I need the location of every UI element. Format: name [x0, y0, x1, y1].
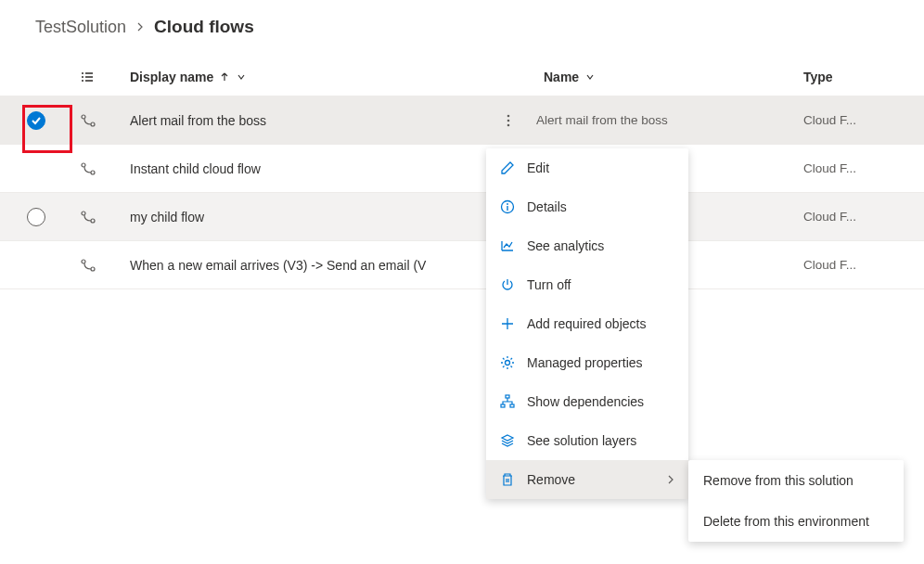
menu-label: See solution layers [527, 433, 675, 448]
layers-icon [499, 432, 516, 449]
menu-item-layers[interactable]: See solution layers [486, 421, 688, 460]
svg-rect-1 [85, 72, 93, 74]
breadcrumb-parent[interactable]: TestSolution [35, 18, 126, 37]
submenu-item-delete-environment[interactable]: Delete from this environment [688, 501, 904, 542]
menu-item-add-objects[interactable]: Add required objects [486, 304, 688, 343]
svg-point-9 [507, 119, 510, 122]
svg-rect-21 [506, 395, 509, 398]
type-cell: Cloud F... [803, 113, 856, 127]
svg-point-11 [82, 163, 85, 167]
svg-rect-22 [501, 404, 505, 407]
breadcrumb: TestSolution Cloud flows [0, 0, 924, 58]
delete-icon [499, 471, 516, 488]
submenu-label: Remove from this solution [703, 473, 889, 488]
chevron-down-icon [236, 71, 247, 83]
svg-point-13 [82, 212, 85, 215]
svg-point-10 [507, 123, 510, 126]
svg-rect-5 [85, 80, 93, 82]
type-cell: Cloud F... [803, 161, 856, 175]
type-cell: Cloud F... [803, 258, 856, 272]
table-row[interactable]: Alert mail from the boss Alert mail from… [0, 96, 924, 145]
menu-item-turnoff[interactable]: Turn off [486, 265, 688, 304]
header-display-name[interactable]: Display name [117, 70, 497, 84]
menu-label: Turn off [527, 277, 675, 292]
name-cell: Alert mail from the boss [536, 113, 668, 127]
table-row[interactable]: my child flow Cloud F... [0, 193, 924, 241]
display-name-cell[interactable]: Alert mail from the boss [130, 113, 266, 128]
svg-point-8 [507, 114, 510, 117]
svg-point-16 [91, 267, 95, 271]
svg-point-14 [91, 219, 95, 223]
flow-icon [72, 160, 117, 177]
svg-rect-19 [507, 206, 507, 211]
analytics-icon [499, 237, 516, 254]
context-menu: Edit Details See analytics Turn off Add … [486, 148, 688, 499]
chevron-right-icon [135, 19, 145, 34]
submenu: Remove from this solution Delete from th… [688, 460, 904, 542]
row-checkbox[interactable] [27, 111, 45, 130]
table-row[interactable]: Instant child cloud flow Cloud F... [0, 145, 924, 193]
header-list-icon[interactable] [72, 70, 117, 84]
table-row[interactable]: When a new email arrives (V3) -> Send an… [0, 241, 924, 289]
power-icon [499, 276, 516, 293]
svg-point-15 [82, 260, 85, 263]
gear-icon [499, 354, 516, 371]
menu-item-remove[interactable]: Remove [486, 460, 688, 499]
menu-item-managed-properties[interactable]: Managed properties [486, 343, 688, 382]
menu-label: See analytics [527, 238, 675, 253]
flow-icon [72, 209, 117, 225]
info-icon [499, 199, 516, 215]
svg-point-20 [506, 361, 510, 365]
menu-item-details[interactable]: Details [486, 187, 688, 226]
menu-label: Add required objects [527, 316, 675, 331]
svg-point-12 [91, 171, 95, 174]
menu-item-analytics[interactable]: See analytics [486, 226, 688, 265]
menu-item-dependencies[interactable]: Show dependencies [486, 382, 688, 421]
header-name-label: Name [544, 70, 579, 84]
more-actions-button[interactable] [497, 113, 520, 128]
menu-item-edit[interactable]: Edit [486, 148, 688, 187]
submenu-item-remove-solution[interactable]: Remove from this solution [688, 460, 904, 501]
breadcrumb-current: Cloud flows [154, 17, 254, 37]
chevron-down-icon [584, 71, 596, 83]
display-name-cell[interactable]: my child flow [130, 210, 204, 224]
svg-point-18 [507, 203, 508, 205]
type-cell: Cloud F... [803, 210, 856, 224]
menu-label: Details [527, 199, 675, 214]
header-type-label: Type [803, 70, 833, 84]
svg-point-6 [82, 115, 85, 119]
dependencies-icon [499, 393, 516, 410]
svg-rect-4 [82, 80, 83, 82]
edit-icon [499, 160, 516, 176]
svg-point-7 [91, 122, 95, 126]
row-checkbox[interactable] [27, 208, 45, 226]
submenu-label: Delete from this environment [703, 514, 889, 529]
menu-label: Edit [527, 160, 675, 175]
menu-label: Show dependencies [527, 394, 675, 409]
sort-up-icon [219, 71, 230, 83]
header-name[interactable]: Name [497, 70, 803, 84]
table-header: Display name Name Type [0, 58, 924, 96]
display-name-cell[interactable]: Instant child cloud flow [130, 161, 261, 176]
flow-icon [72, 257, 117, 274]
chevron-right-icon [666, 472, 675, 487]
menu-label: Managed properties [527, 355, 675, 370]
add-icon [499, 315, 516, 332]
flow-icon [72, 112, 117, 129]
svg-rect-23 [510, 404, 514, 407]
header-display-name-label: Display name [130, 70, 213, 84]
svg-rect-0 [82, 72, 83, 74]
display-name-cell[interactable]: When a new email arrives (V3) -> Send an… [130, 258, 426, 273]
svg-rect-3 [85, 76, 93, 78]
menu-label: Remove [527, 472, 655, 487]
header-type[interactable]: Type [803, 70, 924, 84]
svg-rect-2 [82, 76, 83, 78]
flows-table: Display name Name Type Alert mail from t… [0, 58, 924, 289]
